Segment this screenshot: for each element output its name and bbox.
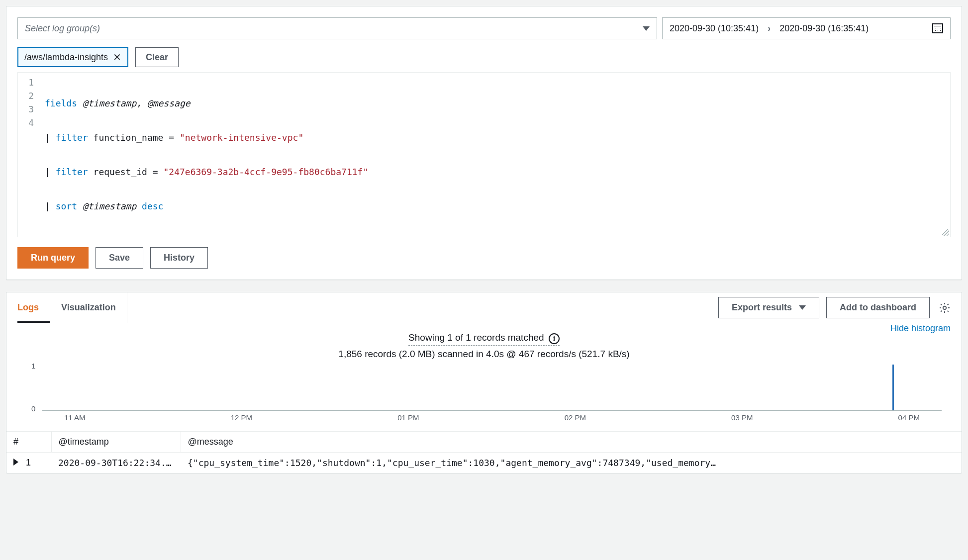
results-tabs-row: Logs Visualization Export results Add to…: [6, 292, 962, 323]
tab-visualization[interactable]: Visualization: [50, 292, 127, 323]
gear-icon[interactable]: [939, 302, 951, 314]
filter-chips-row: /aws/lambda-insights ✕ Clear: [17, 47, 951, 67]
clear-button[interactable]: Clear: [135, 47, 179, 67]
history-button[interactable]: History: [150, 247, 208, 269]
table-row[interactable]: 1 2020-09-30T16:22:34.… {"cpu_system_tim…: [6, 453, 962, 473]
histogram: 1 0 11 AM 12 PM 01 PM 02 PM 03 PM 04 PM: [6, 362, 962, 431]
time-to: 2020-09-30 (16:35:41): [779, 23, 869, 34]
editor-code[interactable]: fields @timestamp, @message | filter fun…: [41, 73, 950, 237]
save-button[interactable]: Save: [96, 247, 143, 269]
info-icon[interactable]: i: [549, 333, 560, 344]
y-tick-0: 0: [31, 404, 35, 413]
x-ticks: 11 AM 12 PM 01 PM 02 PM 03 PM 04 PM: [42, 413, 942, 422]
table-header-row: # @timestamp @message: [6, 432, 962, 453]
results-summary: Hide histogram Showing 1 of 1 records ma…: [6, 323, 962, 362]
export-results-button[interactable]: Export results: [718, 297, 819, 318]
svg-point-0: [943, 306, 946, 309]
results-table: # @timestamp @message 1 2020-09-30T16:22…: [6, 431, 962, 473]
row-index: 1: [26, 458, 31, 467]
row-message: {"cpu_system_time":1520,"shutdown":1,"cp…: [181, 453, 962, 473]
y-tick-1: 1: [31, 362, 35, 370]
log-group-placeholder: Select log group(s): [25, 23, 100, 34]
query-actions: Run query Save History: [17, 247, 951, 269]
chevron-down-icon: [799, 305, 806, 310]
log-group-chip[interactable]: /aws/lambda-insights ✕: [17, 47, 128, 67]
editor-gutter: 1 2 3 4: [18, 73, 41, 237]
time-range-picker[interactable]: 2020-09-30 (10:35:41) › 2020-09-30 (16:3…: [662, 17, 951, 39]
add-to-dashboard-button[interactable]: Add to dashboard: [826, 297, 930, 318]
tab-logs[interactable]: Logs: [17, 292, 50, 323]
chip-label: /aws/lambda-insights: [24, 52, 108, 63]
resize-handle-icon[interactable]: [942, 229, 949, 236]
hide-histogram-link[interactable]: Hide histogram: [890, 323, 951, 334]
histogram-bar: [892, 365, 894, 410]
log-group-select[interactable]: Select log group(s): [17, 17, 657, 39]
query-editor[interactable]: 1 2 3 4 fields @timestamp, @message | fi…: [17, 72, 951, 237]
row-timestamp: 2020-09-30T16:22:34.…: [51, 453, 181, 473]
query-panel: Select log group(s) 2020-09-30 (10:35:41…: [6, 6, 962, 280]
chevron-down-icon: [643, 26, 650, 31]
export-results-label: Export results: [732, 302, 792, 313]
col-index: #: [6, 432, 51, 453]
time-from: 2020-09-30 (10:35:41): [670, 23, 759, 34]
scan-stats-text: 1,856 records (2.0 MB) scanned in 4.0s @…: [6, 349, 962, 360]
expand-row-icon[interactable]: [13, 459, 18, 466]
records-matched-text: Showing 1 of 1 records matched: [408, 332, 544, 343]
col-timestamp: @timestamp: [51, 432, 181, 453]
col-message: @message: [181, 432, 962, 453]
top-controls: Select log group(s) 2020-09-30 (10:35:41…: [17, 17, 951, 39]
x-axis: [42, 410, 942, 411]
close-icon[interactable]: ✕: [113, 51, 121, 63]
run-query-button[interactable]: Run query: [17, 247, 89, 269]
results-panel: Logs Visualization Export results Add to…: [6, 292, 962, 473]
calendar-icon: [932, 23, 943, 33]
chevron-right-icon: ›: [768, 23, 771, 34]
